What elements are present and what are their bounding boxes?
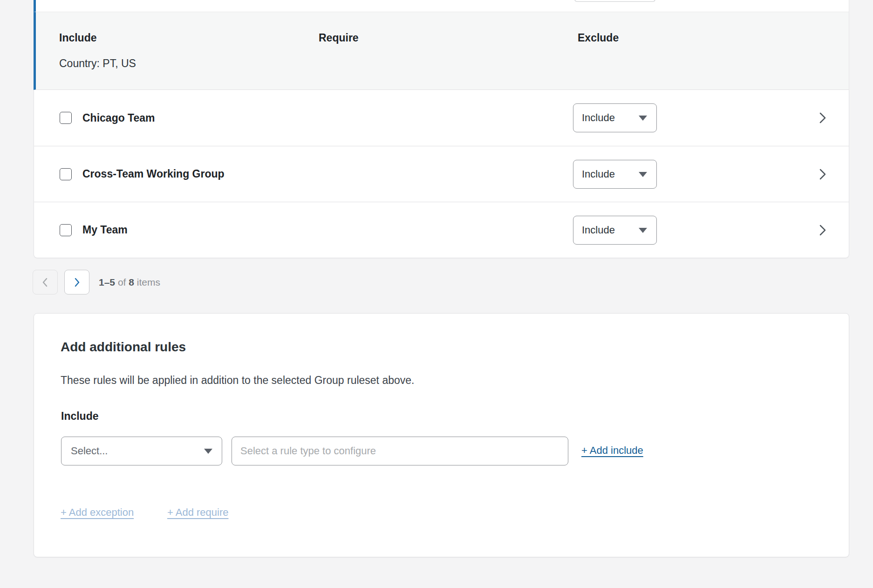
- rule-type-select-value: Select...: [71, 445, 108, 457]
- pagination-of: of: [118, 277, 126, 287]
- chevron-left-icon: [42, 277, 48, 287]
- row-checkbox[interactable]: [60, 224, 72, 236]
- previous-page-button[interactable]: [33, 270, 58, 294]
- row-checkbox[interactable]: [60, 112, 72, 124]
- rule-config-input[interactable]: [232, 437, 568, 465]
- row-action-value: Include: [582, 224, 615, 236]
- add-require-link[interactable]: + Add require: [167, 506, 228, 519]
- table-row: My Team Include: [34, 202, 849, 258]
- cutoff-select-bottom: [574, 0, 655, 2]
- pagination-status: 1–5 of 8 items: [99, 277, 160, 288]
- row-action-select[interactable]: Include: [573, 103, 657, 132]
- group-name: My Team: [82, 224, 128, 236]
- selected-row-remainder: [34, 0, 849, 12]
- pagination: 1–5 of 8 items: [33, 270, 160, 294]
- row-checkbox[interactable]: [60, 168, 72, 180]
- pagination-range: 1–5: [99, 277, 115, 287]
- selected-group-section: Include Require Exclude Country: PT, US: [34, 0, 849, 90]
- add-exception-link[interactable]: + Add exception: [61, 506, 134, 519]
- row-action-select[interactable]: Include: [573, 216, 657, 245]
- chevron-right-icon[interactable]: [818, 167, 828, 181]
- group-list: Chicago Team Include Cross-Team Working …: [34, 90, 849, 258]
- row-action-value: Include: [582, 112, 615, 124]
- table-row: Cross-Team Working Group Include: [34, 146, 849, 202]
- row-action-select[interactable]: Include: [573, 160, 657, 189]
- table-row: Chicago Team Include: [34, 90, 849, 146]
- chevron-right-icon[interactable]: [818, 111, 828, 125]
- caret-down-icon: [639, 172, 647, 177]
- include-section-label: Include: [61, 410, 99, 423]
- pagination-items: items: [137, 277, 160, 287]
- row-action-value: Include: [582, 168, 615, 180]
- card-title: Add additional rules: [61, 340, 186, 355]
- group-name: Cross-Team Working Group: [82, 168, 225, 180]
- include-rule-value: Country: PT, US: [59, 57, 136, 70]
- rule-type-select[interactable]: Select...: [61, 437, 222, 465]
- column-header-require: Require: [319, 32, 359, 44]
- caret-down-icon: [204, 449, 212, 454]
- column-header-exclude: Exclude: [578, 32, 619, 44]
- column-header-include: Include: [59, 32, 97, 44]
- add-include-link[interactable]: + Add include: [581, 444, 643, 457]
- pagination-total: 8: [129, 277, 134, 287]
- caret-down-icon: [639, 228, 647, 233]
- chevron-right-icon: [74, 277, 80, 287]
- ruleset-detail-panel: Include Require Exclude Country: PT, US: [34, 12, 849, 90]
- group-name: Chicago Team: [82, 112, 155, 124]
- add-rules-card: Add additional rules These rules will be…: [34, 313, 849, 557]
- next-page-button[interactable]: [64, 270, 89, 294]
- card-description: These rules will be applied in addition …: [61, 374, 414, 387]
- caret-down-icon: [639, 116, 647, 121]
- chevron-right-icon[interactable]: [818, 223, 828, 237]
